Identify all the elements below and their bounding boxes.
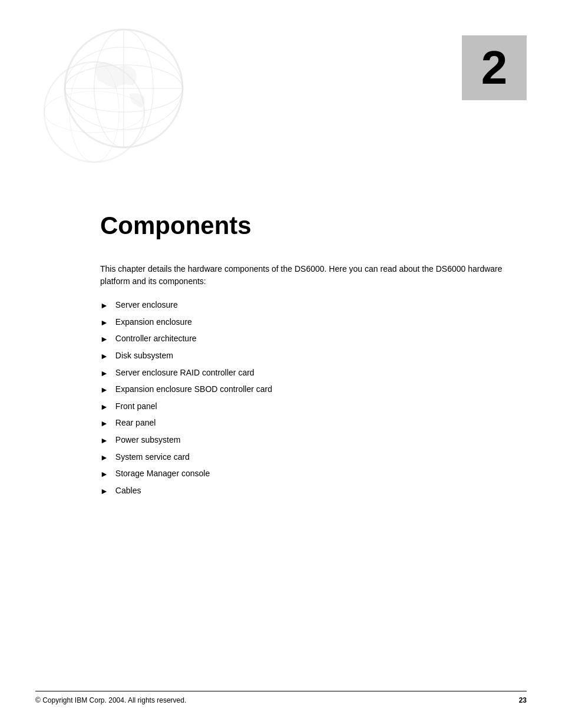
list-item: ► Server enclosure RAID controller card (100, 367, 515, 380)
list-item-label: Power subsystem (115, 434, 180, 446)
footer: © Copyright IBM Corp. 2004. All rights r… (35, 691, 527, 704)
bullet-arrow-icon: ► (100, 469, 108, 480)
globe-decoration (35, 24, 189, 165)
bullet-arrow-icon: ► (100, 351, 108, 363)
list-item: ► Expansion enclosure (100, 317, 515, 329)
list-item-label: Server enclosure (115, 299, 178, 311)
footer-page-number: 23 (519, 696, 527, 704)
chapter-number: 2 (481, 44, 508, 91)
list-item-label: Controller architecture (115, 333, 197, 345)
main-content: Components This chapter details the hard… (100, 212, 515, 502)
list-item-label: System service card (115, 452, 190, 463)
bullet-arrow-icon: ► (100, 368, 108, 380)
list-item-label: Cables (115, 485, 141, 497)
list-item: ► Storage Manager console (100, 468, 515, 480)
bullet-arrow-icon: ► (100, 435, 108, 447)
intro-paragraph: This chapter details the hardware compon… (100, 263, 515, 288)
list-item: ► Controller architecture (100, 333, 515, 345)
chapter-title: Components (100, 212, 515, 239)
list-item: ► Server enclosure (100, 299, 515, 312)
chapter-block: 2 (462, 35, 527, 100)
bullet-arrow-icon: ► (100, 300, 108, 312)
bullet-arrow-icon: ► (100, 452, 108, 464)
footer-copyright: © Copyright IBM Corp. 2004. All rights r… (35, 696, 186, 704)
list-item: ► Cables (100, 485, 515, 498)
list-item: ► Expansion enclosure SBOD controller ca… (100, 384, 515, 396)
bullet-arrow-icon: ► (100, 401, 108, 413)
list-item: ► Rear panel (100, 417, 515, 430)
list-item: ► Power subsystem (100, 434, 515, 447)
list-item-label: Rear panel (115, 417, 156, 429)
list-item: ► Disk subsystem (100, 350, 515, 363)
bullet-arrow-icon: ► (100, 334, 108, 345)
bullet-arrow-icon: ► (100, 384, 108, 396)
list-item-label: Front panel (115, 401, 157, 413)
list-item-label: Server enclosure RAID controller card (115, 367, 254, 379)
page: 2 Components This chapter details the ha… (0, 0, 562, 728)
bullet-arrow-icon: ► (100, 486, 108, 498)
list-item: ► System service card (100, 452, 515, 464)
list-item-label: Expansion enclosure (115, 317, 192, 328)
list-item-label: Storage Manager console (115, 468, 210, 480)
svg-point-7 (70, 62, 119, 162)
bullet-list: ► Server enclosure ► Expansion enclosure… (100, 299, 515, 497)
list-item: ► Front panel (100, 401, 515, 413)
bullet-arrow-icon: ► (100, 418, 108, 430)
bullet-arrow-icon: ► (100, 317, 108, 329)
list-item-label: Expansion enclosure SBOD controller card (115, 384, 272, 396)
list-item-label: Disk subsystem (115, 350, 173, 362)
